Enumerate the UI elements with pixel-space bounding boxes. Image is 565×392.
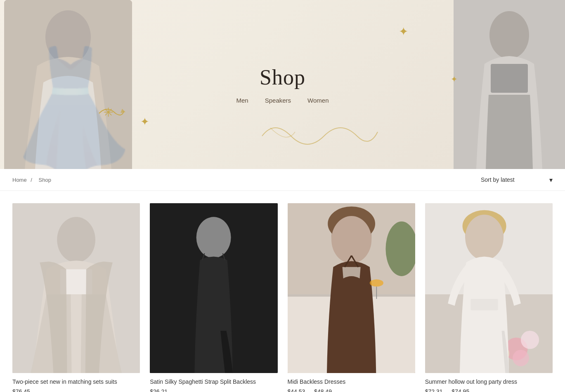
sort-select[interactable]: Sort by latestSort by price: low to high… [481,176,553,183]
svg-point-1 [45,10,91,64]
product-image-3 [288,203,415,373]
product-title-3: Midi Backless Dresses [288,378,415,385]
product-image-2 [150,203,277,373]
product-card-3[interactable]: Midi Backless Dresses $44.53 — $48.49 [288,203,415,392]
star-icon-3: ✦ [140,115,149,128]
decorative-squiggle [258,111,382,161]
product-grid: Two-piece set new in matching sets suits… [0,191,565,392]
product-card-4[interactable]: Summer hollow out long party dress $72.3… [425,203,553,392]
svg-marker-5 [121,109,125,113]
product-price-2: $26.21 [150,388,277,392]
shop-title: Shop [236,65,329,89]
nav-men[interactable]: Men [236,97,248,104]
hero-navigation: Men Speakers Women [236,97,329,104]
breadcrumb-separator: / [31,177,32,183]
breadcrumb-home[interactable]: Home [12,177,27,183]
toolbar: Home / Shop Sort by latestSort by price:… [0,169,565,191]
hero-banner: ✦ ✦ ✦ ✳ Shop Men Speakers Women [0,0,565,169]
product-price-4: $72.31 — $74.95 [425,388,553,392]
svg-rect-4 [491,64,528,93]
svg-point-3 [489,11,529,59]
product-price-3: $44.53 — $48.49 [288,388,415,392]
svg-point-32 [465,215,504,260]
product-image-1 [12,203,140,373]
svg-point-27 [521,331,539,349]
svg-point-7 [57,217,95,262]
product-title-2: Satin Silky Spaghetti Strap Split Backle… [150,378,277,385]
product-image-4 [425,203,553,373]
product-title-4: Summer hollow out long party dress [425,378,553,385]
svg-point-21 [369,279,383,287]
nav-speakers[interactable]: Speakers [265,97,291,104]
product-card-1[interactable]: Two-piece set new in matching sets suits… [12,203,140,392]
breadcrumb-current: Shop [39,177,51,183]
star-icon-1: ✦ [399,25,408,38]
hero-model-right [454,0,565,169]
svg-rect-33 [470,299,498,310]
hero-center: Shop Men Speakers Women [236,65,329,104]
arrow-decoration [95,103,128,124]
hero-model-left [4,0,132,169]
product-title-1: Two-piece set new in matching sets suits [12,378,140,385]
nav-women[interactable]: Women [307,97,329,104]
product-card-2[interactable]: Satin Silky Spaghetti Strap Split Backle… [150,203,277,392]
sort-wrapper[interactable]: Sort by latestSort by price: low to high… [481,176,553,183]
breadcrumb: Home / Shop [12,177,54,183]
star-icon-2: ✦ [451,74,458,84]
svg-point-28 [513,350,529,366]
svg-point-10 [196,217,231,258]
product-price-1: $76.45 [12,388,140,392]
